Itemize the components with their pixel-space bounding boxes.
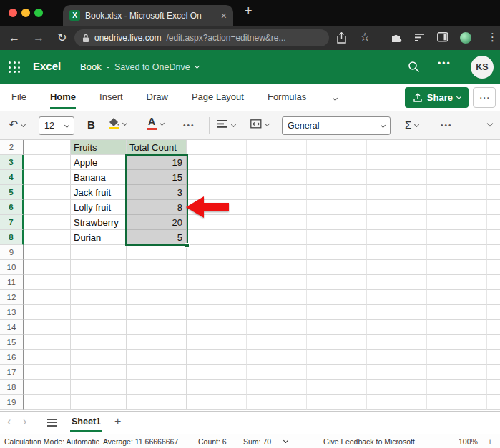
cell-A15[interactable] <box>24 335 71 350</box>
cell-A10[interactable] <box>24 260 71 275</box>
back-button[interactable]: ← <box>9 31 20 45</box>
extensions-puzzle-icon[interactable] <box>391 32 402 44</box>
cell-C6[interactable]: 8 <box>127 200 187 215</box>
prev-sheet-icon[interactable]: ‹ <box>7 415 11 428</box>
cell-B19[interactable] <box>71 395 127 410</box>
menu-item-draw[interactable]: Draw <box>147 91 168 109</box>
cell-empty[interactable] <box>427 305 487 320</box>
cell-empty[interactable] <box>367 155 427 170</box>
cell-empty[interactable] <box>487 215 500 230</box>
cell-C8[interactable]: 5 <box>127 230 187 245</box>
cell-empty[interactable] <box>307 245 367 260</box>
address-bar[interactable]: onedrive.live.com/edit.aspx?action=editn… <box>74 29 329 46</box>
cell-empty[interactable] <box>187 170 247 185</box>
account-avatar[interactable]: KS <box>471 56 494 79</box>
cell-empty[interactable] <box>247 290 307 305</box>
ribbon-more-button[interactable]: ••• <box>441 121 453 129</box>
close-window-button[interactable] <box>9 9 17 17</box>
cell-empty[interactable] <box>247 185 307 200</box>
bookmark-star-icon[interactable]: ☆ <box>360 30 370 44</box>
cell-B17[interactable] <box>71 365 127 380</box>
cell-empty[interactable] <box>307 155 367 170</box>
cell-A19[interactable] <box>24 395 71 410</box>
row-header-11[interactable]: 11 <box>0 275 24 290</box>
cell-empty[interactable] <box>367 350 427 365</box>
cell-C12[interactable] <box>127 290 187 305</box>
cell-empty[interactable] <box>487 350 500 365</box>
cell-empty[interactable] <box>367 260 427 275</box>
zoom-level[interactable]: 100% <box>459 437 478 446</box>
cell-B10[interactable] <box>71 260 127 275</box>
row-header-19[interactable]: 19 <box>0 395 24 410</box>
cell-empty[interactable] <box>307 200 367 215</box>
cell-B18[interactable] <box>71 380 127 395</box>
header-more-icon[interactable]: ••• <box>438 59 451 69</box>
cell-empty[interactable] <box>427 275 487 290</box>
forward-button[interactable]: → <box>33 31 44 45</box>
cell-empty[interactable] <box>487 365 500 380</box>
cell-empty[interactable] <box>367 185 427 200</box>
browser-tab[interactable]: X Book.xlsx - Microsoft Excel On × <box>63 5 233 26</box>
cell-empty[interactable] <box>187 185 247 200</box>
cell-empty[interactable] <box>427 365 487 380</box>
new-tab-button[interactable]: + <box>245 4 253 19</box>
bold-button[interactable]: B <box>87 119 95 131</box>
cell-empty[interactable] <box>247 170 307 185</box>
cell-empty[interactable] <box>487 290 500 305</box>
merge-dropdown[interactable] <box>250 119 269 129</box>
cell-A16[interactable] <box>24 350 71 365</box>
tab-close-icon[interactable]: × <box>221 10 227 21</box>
cell-empty[interactable] <box>187 380 247 395</box>
cell-empty[interactable] <box>367 215 427 230</box>
cell-empty[interactable] <box>187 155 247 170</box>
row-header-7[interactable]: 7 <box>0 215 24 230</box>
cell-C4[interactable]: 15 <box>127 170 187 185</box>
cell-empty[interactable] <box>487 320 500 335</box>
cell-empty[interactable] <box>307 320 367 335</box>
share-button[interactable]: Share <box>405 87 469 108</box>
row-header-16[interactable]: 16 <box>0 350 24 365</box>
cell-empty[interactable] <box>427 260 487 275</box>
cell-empty[interactable] <box>487 260 500 275</box>
cell-empty[interactable] <box>487 395 500 410</box>
cell-empty[interactable] <box>307 395 367 410</box>
add-sheet-icon[interactable]: + <box>114 415 121 428</box>
cell-A18[interactable] <box>24 380 71 395</box>
cell-empty[interactable] <box>307 230 367 245</box>
cell-C19[interactable] <box>127 395 187 410</box>
cell-A14[interactable] <box>24 320 71 335</box>
cell-empty[interactable] <box>487 275 500 290</box>
cell-empty[interactable] <box>427 140 487 155</box>
cell-empty[interactable] <box>307 380 367 395</box>
cell-empty[interactable] <box>307 185 367 200</box>
cell-empty[interactable] <box>307 365 367 380</box>
saved-status[interactable]: Saved to OneDrive <box>114 62 190 72</box>
cell-empty[interactable] <box>487 155 500 170</box>
cell-C10[interactable] <box>127 260 187 275</box>
cell-empty[interactable] <box>247 320 307 335</box>
extension-avatar-icon[interactable] <box>460 32 471 44</box>
cell-empty[interactable] <box>247 335 307 350</box>
alignment-dropdown[interactable] <box>217 120 235 129</box>
number-format-dropdown[interactable]: General <box>282 116 391 135</box>
cell-B9[interactable] <box>71 245 127 260</box>
excel-logo[interactable]: Excel <box>33 60 61 72</box>
cell-A2[interactable] <box>24 140 71 155</box>
cell-empty[interactable] <box>487 185 500 200</box>
cell-empty[interactable] <box>307 170 367 185</box>
cell-empty[interactable] <box>247 230 307 245</box>
cell-C5[interactable]: 3 <box>127 185 187 200</box>
row-header-3[interactable]: 3 <box>0 155 24 170</box>
row-header-17[interactable]: 17 <box>0 365 24 380</box>
fill-handle[interactable] <box>185 243 190 248</box>
cell-empty[interactable] <box>187 305 247 320</box>
cell-empty[interactable] <box>307 290 367 305</box>
cell-C9[interactable] <box>127 245 187 260</box>
menu-item-formulas[interactable]: Formulas <box>268 91 306 109</box>
reload-button[interactable]: ↻ <box>57 31 67 45</box>
undo-button[interactable]: ↶ <box>9 118 25 131</box>
cell-empty[interactable] <box>367 170 427 185</box>
cell-empty[interactable] <box>247 380 307 395</box>
cell-empty[interactable] <box>487 380 500 395</box>
cell-empty[interactable] <box>367 200 427 215</box>
